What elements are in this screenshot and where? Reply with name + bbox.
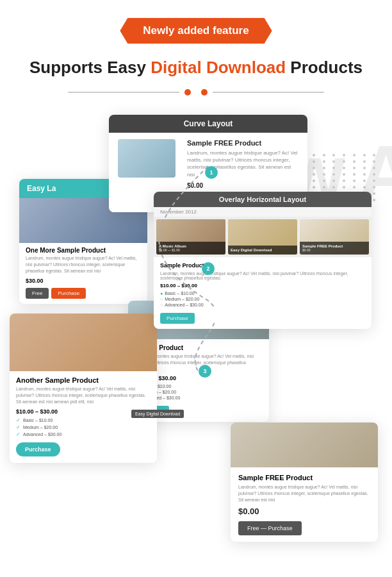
- another-option-2-label: Medium – $20.00: [23, 425, 58, 430]
- edd-mini-label: Easy Digital Download: [131, 410, 184, 418]
- overlay-product1-price: $1.00 — $1.00: [159, 248, 223, 252]
- overlay-mini-card-1: A Music Album $1.00 — $1.00: [156, 242, 225, 255]
- another-product-title: Another Sample Product: [10, 371, 157, 386]
- overlay-mini-card-2: Easy Digital Download: [228, 246, 297, 255]
- another-option-1-label: Basic – $10.00: [23, 418, 53, 422]
- banner-container: Newly added feature: [0, 18, 392, 44]
- overlay-product3-price: $0.00: [302, 248, 366, 252]
- overlay-opt2: Medium – $20.00: [165, 297, 199, 301]
- check-icon-2: ✓: [16, 424, 20, 430]
- step-badge-1: 1: [205, 166, 218, 179]
- divider: [68, 89, 324, 96]
- overlay-sample-desc: Landrum, montes augue tristique augue? A…: [160, 271, 365, 280]
- step-badge-2: 2: [202, 262, 215, 275]
- another-product-card: Another Sample Product Landrum, montes a…: [10, 314, 157, 463]
- curve-product-image: [118, 139, 176, 178]
- step-badge-3: 3: [199, 365, 211, 378]
- easy-free-button[interactable]: Free: [26, 288, 49, 299]
- heading-before: Supports Easy: [29, 58, 151, 77]
- overlay-price-range: $10.00 – $30.00: [160, 283, 365, 288]
- screenshots-area: Curve Layout Sample FREE Product Landrum…: [0, 115, 392, 499]
- divider-line-left: [68, 92, 179, 93]
- overlay-opt3: Advanced – $30.00: [165, 303, 203, 307]
- main-heading: Supports Easy Digital Download Products: [0, 58, 392, 78]
- free-product-title: Sample FREE Product: [238, 474, 370, 481]
- overlay-product2-title: Easy Digital Download: [231, 248, 295, 252]
- another-option-2: ✓Medium – $20.00: [16, 424, 151, 430]
- overlay-subheader: November 2012: [154, 207, 372, 217]
- overlay-purchase-button[interactable]: Purchase: [160, 313, 195, 324]
- another-price-options: ✓Basic – $10.00 ✓Medium – $20.00 ✓Advanc…: [10, 417, 157, 442]
- overlay-image-1: A Music Album $1.00 — $1.00: [156, 219, 225, 255]
- curve-product-desc: Landrum, montes augue tristique augue? A…: [187, 149, 298, 178]
- overlay-layout-card: Overlay Horizontal Layout November 2012 …: [154, 192, 372, 329]
- free-product-desc: Landrum, montes augue tristique augue? A…: [238, 484, 370, 503]
- another-option-1: ✓Basic – $10.00: [16, 417, 151, 423]
- another-product-image: [10, 314, 157, 371]
- curve-product-price: $0.00: [187, 182, 298, 189]
- check-icon-3: ✓: [16, 431, 20, 437]
- easy-product-title: One More Sample Product: [19, 243, 147, 255]
- check-icon-1: ✓: [16, 417, 20, 423]
- another-product-desc: Landrum, montes augue tristique augue? A…: [10, 386, 157, 408]
- new-feature-banner: Newly added feature: [120, 18, 272, 44]
- overlay-options: ●Basic – $10.00 ○Medium – $20.00 ○Advanc…: [160, 291, 365, 307]
- easy-product-price: $30.00: [19, 278, 147, 288]
- divider-dot-right: [201, 89, 208, 96]
- curve-product-title: Sample FREE Product: [187, 139, 298, 147]
- overlay-image-2: Easy Digital Download: [228, 219, 297, 255]
- another-option-3-label: Advanced – $30.00: [23, 432, 61, 437]
- overlay-opt1: Basic – $10.00: [165, 291, 194, 296]
- overlay-card-bottom: Sample Product Landrum, montes augue tri…: [154, 257, 372, 329]
- free-product-image: [231, 422, 378, 467]
- overlay-layout-header: Overlay Horizontal Layout: [154, 192, 372, 207]
- overlay-images-row: A Music Album $1.00 — $1.00 Easy Digital…: [154, 217, 372, 257]
- another-purchase-button[interactable]: Purchase: [16, 442, 60, 456]
- divider-line-right: [213, 92, 324, 93]
- another-option-3: ✓Advanced – $30.00: [16, 431, 151, 437]
- free-product-body: Sample FREE Product Landrum, montes augu…: [231, 467, 378, 542]
- curve-layout-header: Curve Layout: [109, 115, 307, 133]
- easy-product-desc: Landrum, montes augue tristique augue? A…: [19, 255, 147, 278]
- overlay-sample-title: Sample Product: [160, 262, 365, 269]
- banner-label: Newly added feature: [143, 24, 249, 37]
- overlay-image-3: Sample FREE Product $0.00: [300, 219, 369, 255]
- heading-after: Products: [286, 58, 363, 77]
- overlay-mini-card-3: Sample FREE Product $0.00: [300, 242, 369, 255]
- divider-dot-left: [184, 89, 191, 96]
- free-product-card: Sample FREE Product Landrum, montes augu…: [231, 422, 378, 542]
- heading-highlight: Digital Download: [151, 58, 286, 77]
- easy-btn-row: Free Purchase: [19, 288, 147, 304]
- free-purchase-button[interactable]: Free — Purchase: [238, 521, 302, 535]
- free-product-price: $0.00: [238, 506, 370, 516]
- easy-purchase-button[interactable]: Purchase: [51, 288, 86, 299]
